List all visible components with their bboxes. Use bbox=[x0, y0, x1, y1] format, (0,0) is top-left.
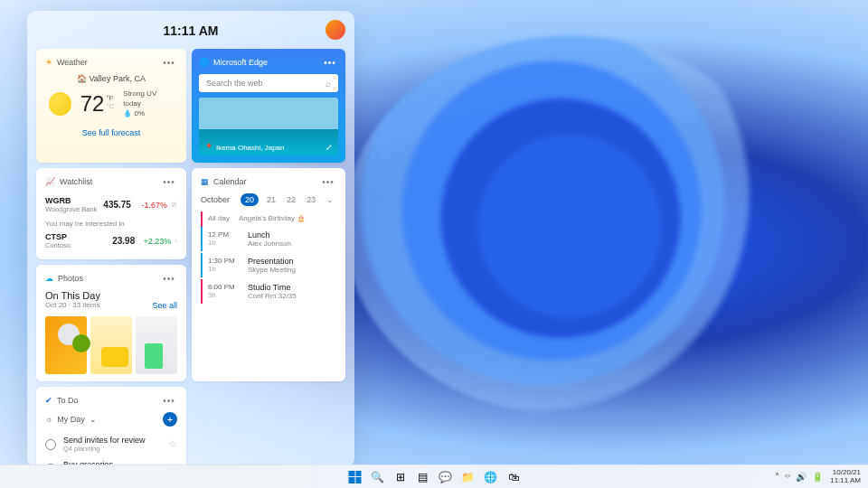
chevron-icon: ⊘ bbox=[171, 201, 177, 209]
todo-add-button[interactable]: + bbox=[163, 412, 177, 427]
photo-thumbnail[interactable] bbox=[136, 316, 177, 374]
calendar-card[interactable]: ▦ Calendar ••• October 20 21 22 23 ⌄ All… bbox=[192, 168, 345, 381]
widgets-button[interactable]: ▤ bbox=[413, 467, 433, 487]
volume-icon[interactable]: 🔊 bbox=[796, 472, 807, 482]
edge-button[interactable]: 🌐 bbox=[481, 467, 501, 487]
system-tray: ˄ ⌔ 🔊 🔋 10/20/21 11:11 AM bbox=[775, 469, 861, 485]
todo-card[interactable]: ✔ To Do ••• ☼ My Day ⌄ + Send invites fo… bbox=[36, 387, 186, 467]
watchlist-menu[interactable]: ••• bbox=[161, 175, 177, 188]
widgets-panel: 11:11 AM ☀ Weather ••• 🏠 Valley Park, CA… bbox=[27, 11, 354, 467]
todo-title: To Do bbox=[57, 396, 79, 405]
photos-title: Photos bbox=[58, 274, 83, 283]
sun-icon: ☼ bbox=[45, 415, 52, 424]
widgets-header: 11:11 AM bbox=[36, 18, 345, 43]
weather-location: 🏠 Valley Park, CA bbox=[45, 74, 177, 83]
search-icon: ⌕ bbox=[326, 79, 331, 89]
watchlist-card[interactable]: 📈 Watchlist ••• WGRBWoodgrove Bank 435.7… bbox=[36, 168, 186, 259]
todo-checkbox[interactable] bbox=[45, 439, 56, 450]
photos-menu[interactable]: ••• bbox=[161, 272, 177, 285]
todo-menu[interactable]: ••• bbox=[161, 394, 177, 407]
taskbar: 🔍 ⊞ ▤ 💬 📁 🌐 🛍 ˄ ⌔ 🔊 🔋 10/20/21 11:11 AM bbox=[0, 465, 868, 488]
desktop: 11:11 AM ☀ Weather ••• 🏠 Valley Park, CA… bbox=[0, 0, 868, 488]
tray-icons[interactable]: ˄ ⌔ 🔊 🔋 bbox=[775, 472, 823, 482]
search-button[interactable]: 🔍 bbox=[368, 467, 388, 487]
photos-icon: ☁ bbox=[45, 274, 53, 283]
star-icon[interactable]: ☆ bbox=[168, 438, 177, 450]
todo-item[interactable]: Send invites for reviewQ4 planning ☆ bbox=[45, 432, 177, 456]
user-avatar[interactable] bbox=[326, 20, 345, 40]
watchlist-row[interactable]: WGRBWoodgrove Bank 435.75 -1.67% ⊘ bbox=[45, 193, 177, 216]
edge-title: Microsoft Edge bbox=[213, 58, 268, 67]
edge-card[interactable]: 🌐 Microsoft Edge ••• Search the web ⌕ 📍 … bbox=[192, 49, 345, 163]
chevron-down-icon[interactable]: ⌄ bbox=[324, 193, 336, 206]
todo-list-name[interactable]: My Day bbox=[57, 415, 85, 424]
weather-card[interactable]: ☀ Weather ••• 🏠 Valley Park, CA 72 °F°C … bbox=[36, 49, 186, 163]
weather-title: Weather bbox=[57, 58, 88, 67]
chevron-icon: › bbox=[175, 237, 177, 245]
calendar-event[interactable]: 6:00 PM3h Studio TimeConf Rm 32/35 bbox=[201, 279, 336, 304]
weather-icon: ☀ bbox=[45, 58, 52, 67]
weather-details: Strong UV today 💧 0% bbox=[123, 89, 174, 119]
wallpaper-bloom bbox=[344, 36, 796, 416]
battery-icon[interactable]: 🔋 bbox=[812, 472, 823, 482]
start-button[interactable] bbox=[345, 467, 365, 487]
photos-heading: On This Day bbox=[45, 290, 177, 301]
sun-icon bbox=[49, 92, 71, 116]
todo-icon: ✔ bbox=[45, 396, 52, 405]
task-view-button[interactable]: ⊞ bbox=[391, 467, 410, 487]
calendar-day[interactable]: 22 bbox=[284, 193, 298, 206]
photos-card[interactable]: ☁ Photos ••• On This Day Oct 20 · 33 ite… bbox=[36, 265, 186, 381]
store-button[interactable]: 🛍 bbox=[504, 467, 524, 487]
widgets-clock: 11:11 AM bbox=[164, 23, 219, 38]
photos-see-all-link[interactable]: See all bbox=[152, 301, 177, 310]
edge-icon: 🌐 bbox=[199, 58, 209, 67]
calendar-date-picker: October 20 21 22 23 ⌄ bbox=[201, 193, 336, 206]
calendar-icon: ▦ bbox=[201, 177, 209, 186]
taskbar-clock[interactable]: 10/20/21 11:11 AM bbox=[830, 469, 861, 485]
photo-thumbnail[interactable] bbox=[90, 316, 132, 374]
calendar-day[interactable]: 21 bbox=[264, 193, 278, 206]
watchlist-icon: 📈 bbox=[45, 177, 55, 186]
calendar-event[interactable]: 1:30 PM1h PresentationSkype Meeting bbox=[201, 253, 336, 277]
wifi-icon[interactable]: ⌔ bbox=[785, 472, 790, 482]
calendar-day[interactable]: 20 bbox=[241, 193, 259, 206]
calendar-event[interactable]: 12 PM1h LunchAlex Johnson bbox=[201, 227, 336, 251]
edge-image-location: 📍 Ikema Ohashi, Japan bbox=[204, 144, 285, 152]
calendar-allday[interactable]: All dayAngela's Birthday 🎂 bbox=[201, 211, 336, 227]
calendar-day[interactable]: 23 bbox=[304, 193, 318, 206]
edge-image[interactable]: 📍 Ikema Ohashi, Japan ⤢ bbox=[199, 98, 338, 155]
calendar-title: Calendar bbox=[213, 177, 247, 186]
edge-search-input[interactable]: Search the web ⌕ bbox=[199, 74, 338, 92]
weather-menu[interactable]: ••• bbox=[161, 56, 177, 69]
forecast-link[interactable]: See full forecast bbox=[45, 125, 177, 137]
chevron-down-icon[interactable]: ⌄ bbox=[90, 415, 97, 424]
taskbar-center: 🔍 ⊞ ▤ 💬 📁 🌐 🛍 bbox=[345, 467, 524, 487]
edge-menu[interactable]: ••• bbox=[322, 56, 338, 69]
expand-icon[interactable]: ⤢ bbox=[326, 143, 333, 152]
calendar-menu[interactable]: ••• bbox=[320, 175, 336, 188]
photo-thumbnail[interactable] bbox=[45, 316, 87, 374]
watchlist-title: Watchlist bbox=[60, 177, 92, 186]
watchlist-interest-label: You may be interested in bbox=[45, 220, 177, 228]
chevron-up-icon[interactable]: ˄ bbox=[775, 472, 779, 482]
file-explorer-button[interactable]: 📁 bbox=[458, 467, 478, 487]
weather-temp: 72 °F°C bbox=[80, 91, 115, 117]
chat-button[interactable]: 💬 bbox=[436, 467, 456, 487]
watchlist-row[interactable]: CTSPContoso 23.98 +2.23% › bbox=[45, 230, 177, 252]
